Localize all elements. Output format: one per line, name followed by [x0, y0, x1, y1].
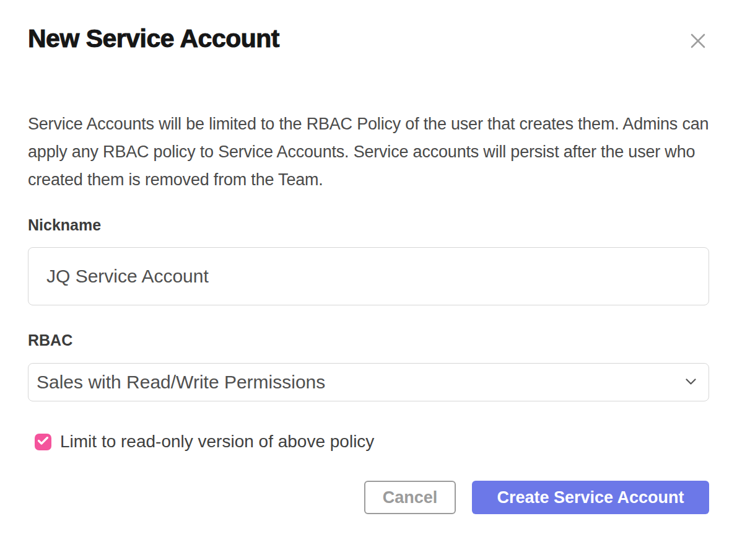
- create-service-account-button[interactable]: Create Service Account: [472, 481, 709, 514]
- close-button[interactable]: [687, 30, 709, 52]
- close-icon: [689, 42, 707, 51]
- readonly-checkbox-label: Limit to read-only version of above poli…: [60, 432, 374, 452]
- rbac-label: RBAC: [28, 331, 709, 349]
- modal-description: Service Accounts will be limited to the …: [28, 110, 709, 194]
- nickname-label: Nickname: [28, 216, 709, 234]
- modal-actions: Cancel Create Service Account: [28, 481, 709, 514]
- nickname-input[interactable]: [28, 247, 709, 305]
- rbac-selected-value: Sales with Read/Write Permissions: [37, 372, 325, 393]
- new-service-account-modal: New Service Account Service Accounts wil…: [0, 0, 737, 560]
- cancel-button[interactable]: Cancel: [364, 481, 456, 514]
- readonly-checkbox[interactable]: [35, 434, 51, 450]
- rbac-select[interactable]: Sales with Read/Write Permissions: [28, 363, 709, 401]
- checkmark-icon: [38, 436, 48, 447]
- page-title: New Service Account: [28, 24, 279, 53]
- readonly-checkbox-row[interactable]: Limit to read-only version of above poli…: [35, 432, 709, 452]
- chevron-down-icon: [686, 377, 696, 388]
- modal-header: New Service Account: [28, 0, 709, 53]
